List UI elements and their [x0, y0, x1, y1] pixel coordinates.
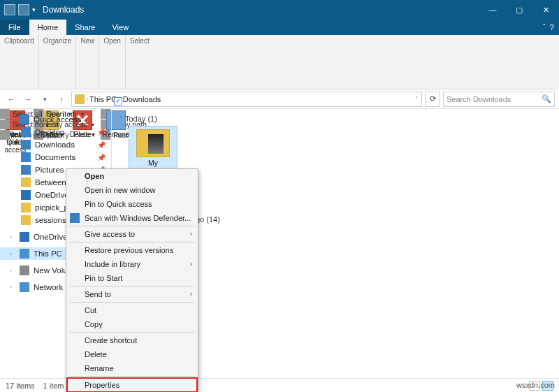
forward-button[interactable]: → [21, 92, 35, 106]
titlebar: ▾ Downloads — ▢ ✕ [0, 0, 559, 20]
breadcrumb[interactable]: › This PC Downloads ˅ [71, 92, 422, 107]
crumb-downloads[interactable]: Downloads [123, 95, 161, 103]
tab-file[interactable]: File [0, 20, 29, 35]
sidebar-item-documents[interactable]: Documents📌 [0, 151, 111, 164]
pin-icon: 📌 [97, 141, 106, 149]
tab-share[interactable]: Share [66, 20, 103, 35]
status-item-count: 17 items [6, 382, 35, 390]
group-label-new: New [80, 36, 94, 46]
ribbon-tabs: File Home Share View ˆ ? [0, 20, 559, 35]
pin-icon: 📌 [97, 129, 106, 136]
star-icon [20, 115, 29, 124]
ribbon: Pin to Quick access Copy Paste Cut Copy … [0, 35, 559, 89]
ctx-pin-start[interactable]: Pin to Start [66, 271, 198, 285]
folder-thumbnail [136, 129, 170, 157]
ctx-copy[interactable]: Copy [66, 317, 198, 331]
qat-icon-2[interactable] [18, 4, 29, 15]
breadcrumb-dropdown[interactable]: ˅ [415, 96, 419, 103]
sidebar-quick-access[interactable]: ˅Quick access [0, 113, 111, 126]
chevron-right-icon: › [190, 260, 192, 268]
pin-icon: 📌 [97, 154, 106, 161]
ctx-pin-quick-access[interactable]: Pin to Quick access [66, 197, 198, 211]
group-label-select: Select [130, 36, 150, 46]
search-input[interactable]: Search Downloads🔍 [443, 92, 555, 107]
ctx-include-library[interactable]: Include in library› [66, 257, 198, 271]
context-menu: Open Open in new window Pin to Quick acc… [66, 168, 198, 392]
ctx-send-to[interactable]: Send to› [66, 287, 198, 301]
ctx-delete[interactable]: Delete [66, 347, 198, 361]
qat-icon-1[interactable] [4, 4, 15, 15]
ctx-create-shortcut[interactable]: Create shortcut [66, 333, 198, 347]
window-title: Downloads [43, 5, 84, 15]
qat-dropdown-icon[interactable]: ▾ [32, 6, 36, 13]
tab-home[interactable]: Home [29, 20, 66, 35]
up-button[interactable]: ↑ [55, 92, 68, 106]
group-label-organize: Organize [43, 36, 72, 46]
ctx-open[interactable]: Open [66, 169, 198, 183]
ctx-properties[interactable]: Properties [66, 377, 198, 392]
back-button[interactable]: ← [4, 92, 18, 106]
checkbox-icon[interactable]: ✓ [114, 97, 122, 106]
ctx-give-access[interactable]: Give access to› [66, 227, 198, 241]
chevron-right-icon: › [190, 230, 192, 238]
ctx-rename[interactable]: Rename [66, 361, 198, 375]
maximize-button[interactable]: ▢ [506, 0, 532, 20]
minimize-button[interactable]: — [479, 0, 506, 20]
close-button[interactable]: ✕ [532, 0, 559, 20]
recent-dropdown[interactable]: ▾ [38, 92, 52, 106]
ctx-cut[interactable]: Cut [66, 303, 198, 317]
refresh-button[interactable]: ⟳ [425, 92, 440, 107]
search-icon: 🔍 [542, 94, 551, 103]
tab-view[interactable]: View [103, 20, 137, 35]
address-bar: ← → ▾ ↑ › This PC Downloads ˅ ⟳ Search D… [0, 89, 559, 109]
group-header-older[interactable]: go (14) [196, 215, 552, 224]
ctx-defender[interactable]: Scan with Windows Defender... [66, 211, 198, 225]
group-label-clipboard: Clipboard [4, 36, 34, 46]
shield-icon [70, 213, 80, 223]
group-label-open: Open [103, 36, 120, 46]
ctx-restore[interactable]: Restore previous versions [66, 243, 198, 257]
ribbon-help-icon[interactable]: ˆ ? [538, 20, 559, 35]
watermark: wsxdn.com [516, 381, 555, 389]
quick-access-toolbar: ▾ [4, 4, 36, 15]
folder-icon [75, 94, 85, 104]
sidebar-item-downloads[interactable]: Downloads📌 [0, 138, 111, 151]
group-header-today[interactable]: ˅Today (1) [119, 115, 552, 123]
ctx-open-new-window[interactable]: Open in new window [66, 183, 198, 197]
chevron-right-icon: › [190, 290, 192, 298]
sidebar-item-desktop[interactable]: Desktop📌 [0, 126, 111, 138]
